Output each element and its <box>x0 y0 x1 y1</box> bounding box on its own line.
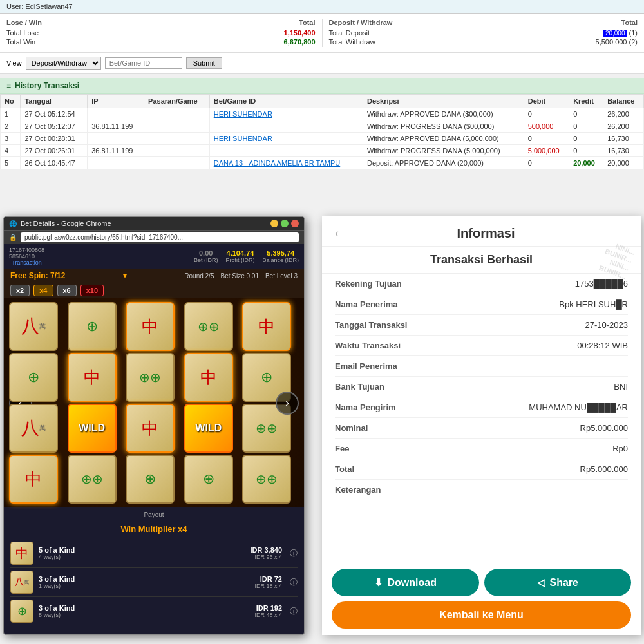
td-no: 1 <box>1 108 21 120</box>
maximize-button[interactable] <box>281 220 289 227</box>
col-no: No <box>1 95 21 108</box>
td-balance: 16,730 <box>603 133 644 145</box>
win-name-1: 5 of a Kind <box>39 546 245 554</box>
win-amount-1: IDR 3,840 IDR 96 x 4 <box>250 546 282 560</box>
lock-icon: 🔒 <box>9 234 17 241</box>
browser-url[interactable]: public.pgf-asw0zz.com/history/65.html?si… <box>21 232 299 242</box>
td-no: 2 <box>1 120 21 133</box>
game-stat-bet: 0,00 Bet (IDR) <box>194 249 218 263</box>
receipt-buttons: ⬇ Download ◁ Share Kembali ke Menu <box>322 562 641 635</box>
receipt-key: Keterangan <box>335 485 482 495</box>
tile-2-3: ⊕⊕ <box>126 353 175 402</box>
menu-button[interactable]: Kembali ke Menu <box>332 601 631 629</box>
win-amount-2: IDR 72 IDR 18 x 4 <box>254 575 282 589</box>
browser-window[interactable]: 🌐 Bet Details - Google Chrome 🔒 public.p… <box>3 216 305 635</box>
receipt-row: Bank Tujuan BNI <box>335 377 628 397</box>
total-win-label: Total Win <box>6 38 35 46</box>
td-balance: 16,730 <box>603 145 644 157</box>
win-multiplier: Win Multiplier x4 <box>4 522 304 536</box>
game-tx-label: Transaction <box>9 260 44 266</box>
receipt-key: Email Penerima <box>335 361 482 371</box>
td-tanggal: 27 Oct 00:26:01 <box>21 145 88 157</box>
win-idr-2: IDR 72 <box>254 575 282 583</box>
history-table: No Tanggal IP Pasaran/Game Bet/Game ID D… <box>0 94 644 169</box>
top-bar: User: EdiSetiawan47 <box>0 0 644 14</box>
receipt-val: BNI <box>482 382 629 392</box>
receipt-val: 00:28:12 WIB <box>482 341 629 350</box>
win-info-icon-1[interactable]: ⓘ <box>290 548 298 559</box>
btn-row1: ⬇ Download ◁ Share <box>332 569 631 596</box>
td-bet-id[interactable]: DANA 13 - ADINDA AMELIA BR TAMPU <box>209 157 363 169</box>
history-icon: ≡ <box>6 81 11 90</box>
next-arrow[interactable]: › <box>276 392 299 415</box>
total-win-value: 6,670,800 <box>284 38 316 46</box>
tile-3-2: WILD <box>68 404 117 453</box>
download-button[interactable]: ⬇ Download <box>332 569 479 596</box>
td-no: 3 <box>1 133 21 145</box>
view-dropdown[interactable]: Deposit/Withdraw <box>26 57 101 70</box>
win-idr-1: IDR 3,840 <box>250 546 282 554</box>
td-debit: 5,000,000 <box>524 145 569 157</box>
submit-button[interactable]: Submit <box>186 57 222 69</box>
share-button[interactable]: ◁ Share <box>484 569 632 596</box>
profit-value: 4.104,74 <box>225 249 254 257</box>
back-button[interactable]: ‹ <box>335 227 339 240</box>
game-sub-id: 58564610 <box>9 253 44 260</box>
total-deposit-value: 20,000 <box>603 30 627 37</box>
tile-2-4: 中 <box>184 353 233 402</box>
stats-left-total-header: Total <box>299 19 315 26</box>
receipt-val: Bpk HERI SUH█R <box>482 299 629 309</box>
receipt-key: Waktu Transaksi <box>335 341 482 350</box>
browser-controls[interactable] <box>270 220 299 227</box>
td-balance: 20,000 <box>603 157 644 169</box>
win-row-2: 八萬 3 of a Kind 1 way(s) IDR 72 IDR 18 x … <box>10 568 298 597</box>
table-row: 4 27 Oct 00:26:01 36.81.11.199 Withdraw:… <box>1 145 644 157</box>
bet-size-text: Bet Size 0,01 <box>220 272 258 279</box>
multiplier-row: x2 x4 x6 x10 <box>4 283 304 298</box>
close-button[interactable] <box>291 220 299 227</box>
tile-4-2: ⊕⊕ <box>68 455 117 504</box>
td-bet-id <box>209 120 363 133</box>
win-ways-1: 4 way(s) <box>39 554 245 560</box>
col-balance: Balance <box>603 95 644 108</box>
td-bet-id <box>209 145 363 157</box>
bet-game-id-input[interactable] <box>105 57 182 69</box>
td-debit: 500,000 <box>524 120 569 133</box>
td-tanggal: 27 Oct 05:12:07 <box>21 120 88 133</box>
td-tanggal: 27 Oct 00:28:31 <box>21 133 88 145</box>
payout-label: Payout <box>144 511 164 518</box>
win-idr-3: IDR 192 <box>254 604 282 612</box>
view-label: View <box>6 59 22 67</box>
receipt-val: Rp5.000.000 <box>482 423 629 433</box>
td-pasaran <box>144 108 210 120</box>
win-formula-2: IDR 18 x 4 <box>254 583 282 589</box>
receipt-row: Nama Penerima Bpk HERI SUH█R <box>335 294 628 315</box>
total-lose-label: Total Lose <box>6 29 39 37</box>
td-kredit: 0 <box>569 120 603 133</box>
td-deskripsi: Withdraw: PROGRESS DANA (5,000,000) <box>363 145 524 157</box>
stats-right-title: Deposit / Withdraw <box>329 19 393 26</box>
freespin-text: Free Spin: 7/12 <box>10 271 65 280</box>
receipt-row: Fee Rp0 <box>335 439 628 459</box>
tile-1-4: ⊕⊕ <box>184 302 233 351</box>
total-deposit-label: Total Deposit <box>329 29 370 37</box>
td-no: 4 <box>1 145 21 157</box>
td-debit: 0 <box>524 108 569 120</box>
stats-right-total-header: Total <box>621 19 638 26</box>
col-tanggal: Tanggal <box>21 95 88 108</box>
payout-area: Payout <box>4 507 304 522</box>
stats-left-title: Lose / Win <box>6 19 42 26</box>
td-ip <box>88 157 144 169</box>
td-bet-id[interactable]: HERI SUHENDAR <box>209 133 363 145</box>
win-info-icon-2[interactable]: ⓘ <box>290 577 298 588</box>
bet-value: 0,00 <box>194 249 218 257</box>
browser-titlebar: 🌐 Bet Details - Google Chrome <box>4 217 304 231</box>
win-info-icon-3[interactable]: ⓘ <box>290 606 298 617</box>
receipt-val: MUHAMAD NU█████AR <box>482 402 629 412</box>
game-topbar: 17167400808 58564610 Transaction 0,00 Be… <box>4 244 304 269</box>
minimize-button[interactable] <box>270 220 278 227</box>
freespin-bar: Free Spin: 7/12 ▾ Round 2/5 Bet Size 0,0… <box>4 269 304 283</box>
total-deposit-count: (1) <box>629 29 638 37</box>
td-bet-id[interactable]: HERI SUHENDAR <box>209 108 363 120</box>
win-details: 中 5 of a Kind 4 way(s) IDR 3,840 IDR 96 … <box>4 536 304 625</box>
